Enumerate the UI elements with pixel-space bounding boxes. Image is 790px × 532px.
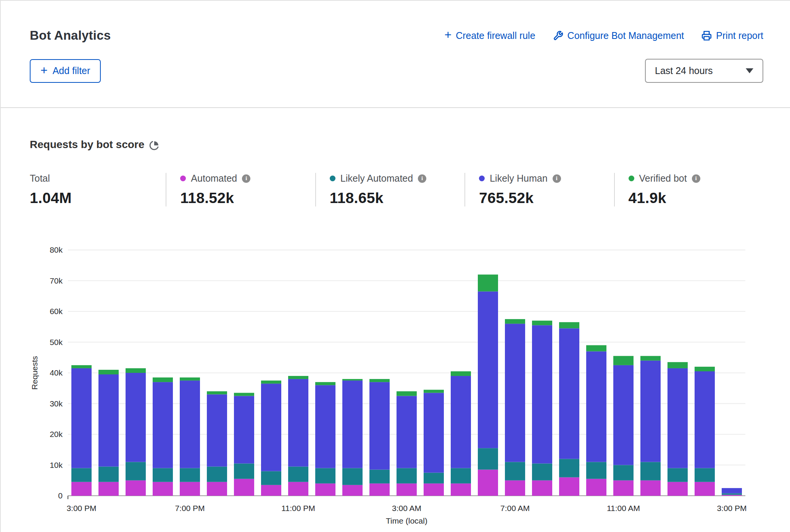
printer-icon bbox=[701, 31, 712, 41]
header: Bot Analytics + Create firewall rule Con… bbox=[1, 1, 790, 108]
stat-automated-label: Automated bbox=[191, 173, 237, 184]
print-report-link[interactable]: Print report bbox=[701, 30, 763, 41]
stat-likely-human-label: Likely Human bbox=[490, 173, 547, 184]
main-content: Requests by bot score Total 1.04M Automa… bbox=[1, 139, 790, 529]
configure-bot-management-label: Configure Bot Management bbox=[568, 30, 684, 41]
info-icon[interactable]: i bbox=[692, 174, 700, 183]
stat-likely-human-value: 765.52k bbox=[479, 190, 614, 206]
stat-verified-bot-value: 41.9k bbox=[629, 190, 763, 206]
stat-likely-human: Likely Human i 765.52k bbox=[464, 173, 614, 206]
svg-text:10k: 10k bbox=[50, 461, 63, 469]
likely-human-legend-dot bbox=[479, 176, 485, 181]
stat-likely-automated-label: Likely Automated bbox=[340, 173, 413, 184]
section-title: Requests by bot score bbox=[30, 139, 144, 151]
header-actions: + Create firewall rule Configure Bot Man… bbox=[444, 29, 763, 42]
stats-row: Total 1.04M Automated i 118.52k Likely A… bbox=[30, 173, 763, 206]
requests-by-bot-score-chart: 010k20k30k40k50k60k70k80k3:00 PM7:00 PM1… bbox=[30, 243, 763, 529]
stat-verified-bot: Verified bot i 41.9k bbox=[614, 173, 763, 206]
svg-text:40k: 40k bbox=[50, 368, 63, 377]
wrench-icon bbox=[553, 31, 563, 41]
page-title: Bot Analytics bbox=[30, 28, 111, 43]
svg-text:3:00 PM: 3:00 PM bbox=[66, 504, 96, 513]
time-range-dropdown[interactable]: Last 24 hours bbox=[645, 59, 763, 83]
plus-icon: + bbox=[444, 29, 451, 41]
stacked-bar-chart-canvas: 010k20k30k40k50k60k70k80k3:00 PM7:00 PM1… bbox=[30, 243, 774, 527]
likely-automated-legend-dot bbox=[330, 176, 335, 181]
section-title-row: Requests by bot score bbox=[30, 139, 763, 151]
plus-icon: + bbox=[40, 64, 48, 76]
info-icon[interactable]: i bbox=[418, 174, 426, 183]
svg-text:7:00 PM: 7:00 PM bbox=[175, 504, 205, 513]
add-filter-label: Add filter bbox=[53, 65, 90, 76]
stat-total-label: Total bbox=[30, 173, 50, 184]
bot-analytics-page: Bot Analytics + Create firewall rule Con… bbox=[0, 0, 790, 532]
stat-total: Total 1.04M bbox=[30, 173, 166, 206]
chevron-down-icon bbox=[746, 68, 753, 73]
svg-text:30k: 30k bbox=[50, 399, 63, 408]
info-icon[interactable]: i bbox=[553, 174, 561, 183]
svg-text:60k: 60k bbox=[50, 307, 63, 316]
configure-bot-management-link[interactable]: Configure Bot Management bbox=[553, 30, 684, 41]
time-range-value: Last 24 hours bbox=[655, 65, 713, 76]
svg-text:3:00 AM: 3:00 AM bbox=[392, 504, 421, 513]
stat-total-value: 1.04M bbox=[30, 190, 166, 206]
stat-likely-automated-value: 118.65k bbox=[330, 190, 464, 206]
svg-text:11:00 AM: 11:00 AM bbox=[607, 504, 640, 513]
create-firewall-rule-label: Create firewall rule bbox=[456, 30, 535, 41]
svg-text:70k: 70k bbox=[50, 276, 63, 285]
stat-likely-automated: Likely Automated i 118.65k bbox=[315, 173, 464, 206]
info-icon[interactable]: i bbox=[242, 174, 250, 183]
verified-bot-legend-dot bbox=[629, 176, 634, 181]
print-report-label: Print report bbox=[716, 30, 763, 41]
stat-verified-bot-label: Verified bot bbox=[639, 173, 687, 184]
create-firewall-rule-link[interactable]: + Create firewall rule bbox=[444, 29, 535, 42]
stat-automated-value: 118.52k bbox=[180, 190, 315, 206]
svg-text:50k: 50k bbox=[50, 338, 63, 347]
svg-text:Time (local): Time (local) bbox=[386, 516, 427, 525]
svg-text:7:00 AM: 7:00 AM bbox=[500, 504, 530, 513]
svg-text:80k: 80k bbox=[50, 245, 63, 254]
svg-text:Requests: Requests bbox=[30, 356, 39, 390]
stat-automated: Automated i 118.52k bbox=[166, 173, 315, 206]
svg-text:20k: 20k bbox=[50, 430, 63, 438]
svg-text:3:00 PM: 3:00 PM bbox=[717, 504, 746, 513]
automated-legend-dot bbox=[180, 176, 186, 181]
svg-text:11:00 PM: 11:00 PM bbox=[281, 504, 315, 513]
add-filter-button[interactable]: + Add filter bbox=[30, 59, 101, 83]
svg-text:0: 0 bbox=[58, 491, 63, 500]
pie-chart-icon bbox=[149, 140, 159, 150]
